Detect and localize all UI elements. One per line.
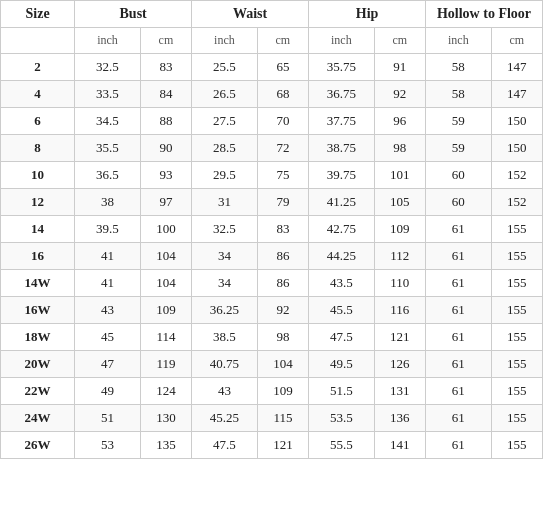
- data-cell: 61: [426, 324, 492, 351]
- data-cell: 38.5: [192, 324, 258, 351]
- data-cell: 41: [75, 243, 141, 270]
- data-cell: 51: [75, 405, 141, 432]
- bust-header: Bust: [75, 1, 192, 28]
- data-cell: 28.5: [192, 135, 258, 162]
- subheader-row: inch cm inch cm inch cm inch cm: [1, 28, 543, 54]
- size-cell: 4: [1, 81, 75, 108]
- table-row: 16W4310936.259245.511661155: [1, 297, 543, 324]
- data-cell: 36.25: [192, 297, 258, 324]
- data-cell: 49.5: [309, 351, 375, 378]
- data-cell: 155: [491, 216, 542, 243]
- hip-header: Hip: [309, 1, 426, 28]
- data-cell: 58: [426, 54, 492, 81]
- data-cell: 41.25: [309, 189, 375, 216]
- data-cell: 44.25: [309, 243, 375, 270]
- size-cell: 26W: [1, 432, 75, 459]
- table-row: 20W4711940.7510449.512661155: [1, 351, 543, 378]
- data-cell: 29.5: [192, 162, 258, 189]
- data-cell: 43.5: [309, 270, 375, 297]
- size-subheader: [1, 28, 75, 54]
- table-row: 26W5313547.512155.514161155: [1, 432, 543, 459]
- data-cell: 35.5: [75, 135, 141, 162]
- data-cell: 131: [374, 378, 425, 405]
- table-row: 22W491244310951.513161155: [1, 378, 543, 405]
- data-cell: 109: [140, 297, 191, 324]
- data-cell: 152: [491, 162, 542, 189]
- bust-inch-subheader: inch: [75, 28, 141, 54]
- data-cell: 147: [491, 54, 542, 81]
- data-cell: 83: [140, 54, 191, 81]
- data-cell: 49: [75, 378, 141, 405]
- data-cell: 59: [426, 135, 492, 162]
- data-cell: 61: [426, 243, 492, 270]
- data-cell: 45: [75, 324, 141, 351]
- data-cell: 70: [257, 108, 308, 135]
- data-cell: 150: [491, 108, 542, 135]
- data-cell: 83: [257, 216, 308, 243]
- data-cell: 60: [426, 162, 492, 189]
- data-cell: 135: [140, 432, 191, 459]
- data-cell: 155: [491, 324, 542, 351]
- data-cell: 104: [140, 243, 191, 270]
- data-cell: 45.25: [192, 405, 258, 432]
- htf-cm-subheader: cm: [491, 28, 542, 54]
- data-cell: 26.5: [192, 81, 258, 108]
- size-table-body: 232.58325.56535.759158147433.58426.56836…: [1, 54, 543, 459]
- data-cell: 40.75: [192, 351, 258, 378]
- size-cell: 2: [1, 54, 75, 81]
- data-cell: 105: [374, 189, 425, 216]
- data-cell: 79: [257, 189, 308, 216]
- data-cell: 61: [426, 351, 492, 378]
- waist-header: Waist: [192, 1, 309, 28]
- table-row: 433.58426.56836.759258147: [1, 81, 543, 108]
- data-cell: 34.5: [75, 108, 141, 135]
- data-cell: 155: [491, 270, 542, 297]
- data-cell: 38.75: [309, 135, 375, 162]
- data-cell: 97: [140, 189, 191, 216]
- waist-cm-subheader: cm: [257, 28, 308, 54]
- data-cell: 53.5: [309, 405, 375, 432]
- data-cell: 155: [491, 432, 542, 459]
- data-cell: 86: [257, 270, 308, 297]
- data-cell: 27.5: [192, 108, 258, 135]
- data-cell: 88: [140, 108, 191, 135]
- data-cell: 55.5: [309, 432, 375, 459]
- data-cell: 130: [140, 405, 191, 432]
- size-header: Size: [1, 1, 75, 28]
- data-cell: 61: [426, 405, 492, 432]
- data-cell: 104: [257, 351, 308, 378]
- data-cell: 45.5: [309, 297, 375, 324]
- data-cell: 155: [491, 243, 542, 270]
- data-cell: 90: [140, 135, 191, 162]
- data-cell: 98: [257, 324, 308, 351]
- bust-cm-subheader: cm: [140, 28, 191, 54]
- data-cell: 47.5: [192, 432, 258, 459]
- data-cell: 112: [374, 243, 425, 270]
- table-row: 14W41104348643.511061155: [1, 270, 543, 297]
- table-row: 24W5113045.2511553.513661155: [1, 405, 543, 432]
- data-cell: 68: [257, 81, 308, 108]
- data-cell: 84: [140, 81, 191, 108]
- data-cell: 39.75: [309, 162, 375, 189]
- data-cell: 34: [192, 243, 258, 270]
- data-cell: 98: [374, 135, 425, 162]
- size-chart: Size Bust Waist Hip Hollow to Floor inch…: [0, 0, 543, 459]
- waist-inch-subheader: inch: [192, 28, 258, 54]
- data-cell: 61: [426, 216, 492, 243]
- data-cell: 101: [374, 162, 425, 189]
- data-cell: 155: [491, 378, 542, 405]
- data-cell: 141: [374, 432, 425, 459]
- size-cell: 14: [1, 216, 75, 243]
- data-cell: 61: [426, 297, 492, 324]
- data-cell: 36.5: [75, 162, 141, 189]
- data-cell: 109: [374, 216, 425, 243]
- data-cell: 109: [257, 378, 308, 405]
- data-cell: 155: [491, 351, 542, 378]
- data-cell: 114: [140, 324, 191, 351]
- data-cell: 61: [426, 378, 492, 405]
- size-cell: 22W: [1, 378, 75, 405]
- data-cell: 152: [491, 189, 542, 216]
- size-cell: 20W: [1, 351, 75, 378]
- data-cell: 121: [374, 324, 425, 351]
- size-cell: 16W: [1, 297, 75, 324]
